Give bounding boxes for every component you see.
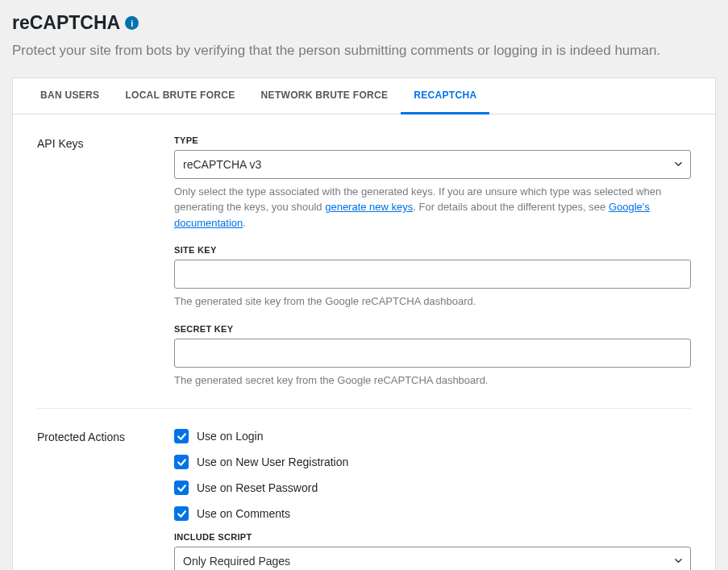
page-title-text: reCAPTCHA — [12, 12, 120, 34]
secret-key-field-group: SECRET KEY The generated secret key from… — [174, 324, 691, 389]
check-icon — [177, 457, 187, 468]
type-field-group: TYPE reCAPTCHA v3 Only select the type a… — [174, 135, 691, 231]
tab-local-brute-force[interactable]: LOCAL BRUTE FORCE — [112, 78, 248, 114]
site-key-label: SITE KEY — [174, 245, 691, 255]
api-keys-row: API Keys TYPE reCAPTCHA v3 Only select t… — [37, 131, 691, 409]
checkbox-use-on-reset-password[interactable]: Use on Reset Password — [174, 481, 691, 495]
api-keys-section-label: API Keys — [37, 135, 150, 389]
tabs: BAN USERS LOCAL BRUTE FORCE NETWORK BRUT… — [13, 78, 715, 114]
type-select-wrap: reCAPTCHA v3 — [174, 150, 691, 179]
page-subtitle: Protect your site from bots by verifying… — [12, 40, 716, 61]
check-icon — [177, 431, 187, 442]
generate-new-keys-link[interactable]: generate new keys — [325, 201, 413, 213]
checkbox-input-comments[interactable] — [174, 506, 189, 521]
site-key-helper: The generated site key from the Google r… — [174, 293, 691, 310]
tab-network-brute-force[interactable]: NETWORK BRUTE FORCE — [248, 78, 401, 114]
checkbox-label-login: Use on Login — [197, 430, 264, 443]
page-title: reCAPTCHA i — [12, 12, 716, 34]
site-key-input[interactable] — [174, 260, 691, 289]
protected-actions-row: Protected Actions Use on Login Use on Ne… — [37, 408, 691, 570]
include-script-select[interactable]: Only Required Pages — [174, 547, 691, 570]
type-helper-text-3: . — [243, 217, 246, 229]
form-body: API Keys TYPE reCAPTCHA v3 Only select t… — [13, 114, 715, 571]
include-script-field-group: INCLUDE SCRIPT Only Required Pages Speci… — [174, 532, 691, 570]
secret-key-label: SECRET KEY — [174, 324, 691, 334]
checkbox-use-on-registration[interactable]: Use on New User Registration — [174, 455, 691, 469]
include-script-select-wrap: Only Required Pages — [174, 547, 691, 570]
checkbox-use-on-comments[interactable]: Use on Comments — [174, 506, 691, 521]
protected-actions-section-label: Protected Actions — [37, 429, 150, 570]
protected-actions-fields: Use on Login Use on New User Registratio… — [174, 429, 691, 570]
checkbox-use-on-login[interactable]: Use on Login — [174, 429, 691, 443]
checkbox-input-login[interactable] — [174, 429, 189, 443]
tab-ban-users[interactable]: BAN USERS — [27, 78, 112, 114]
tab-recaptcha[interactable]: RECAPTCHA — [401, 78, 489, 114]
checkbox-label-registration: Use on New User Registration — [197, 456, 348, 468]
site-key-field-group: SITE KEY The generated site key from the… — [174, 245, 691, 310]
type-helper: Only select the type associated with the… — [174, 184, 691, 231]
type-label: TYPE — [174, 135, 691, 145]
api-keys-fields: TYPE reCAPTCHA v3 Only select the type a… — [174, 135, 691, 389]
info-icon[interactable]: i — [125, 16, 139, 30]
include-script-label: INCLUDE SCRIPT — [174, 532, 691, 542]
checkbox-input-reset-password[interactable] — [174, 481, 189, 495]
type-helper-text-2: . For details about the different types,… — [413, 201, 609, 213]
page-header: reCAPTCHA i Protect your site from bots … — [12, 12, 716, 61]
type-select[interactable]: reCAPTCHA v3 — [174, 150, 691, 179]
settings-panel: BAN USERS LOCAL BRUTE FORCE NETWORK BRUT… — [12, 77, 716, 571]
check-icon — [177, 483, 187, 493]
check-icon — [177, 509, 187, 519]
secret-key-helper: The generated secret key from the Google… — [174, 372, 691, 389]
checkbox-label-comments: Use on Comments — [197, 507, 290, 520]
checkbox-label-reset-password: Use on Reset Password — [197, 481, 318, 494]
secret-key-input[interactable] — [174, 339, 691, 368]
checkbox-input-registration[interactable] — [174, 455, 189, 469]
